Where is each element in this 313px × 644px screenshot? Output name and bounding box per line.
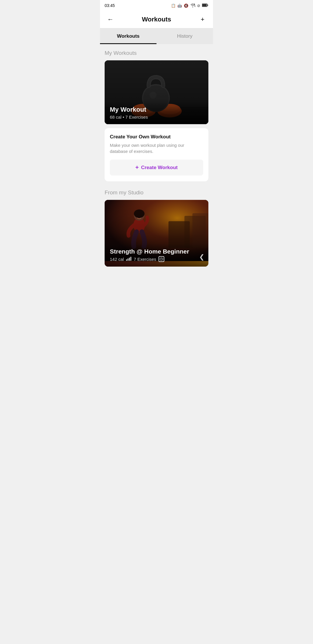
workout-card-title: My Workout [110, 106, 203, 113]
svg-rect-3 [202, 4, 207, 6]
studio-card-overlay: Strength @ Home Beginner 142 cal 7 Exerc… [105, 243, 208, 267]
mute-icon: 🔇 [184, 3, 188, 8]
back-button[interactable]: ← [105, 14, 116, 25]
create-workout-card: Create Your Own Workout Make your own wo… [105, 128, 208, 181]
workout-card-meta: 68 cal • 7 Exercises [110, 115, 203, 120]
wifi-icon [190, 3, 195, 8]
main-content: My Workouts [100, 44, 213, 272]
studio-chevron-icon[interactable]: ❮ [199, 253, 204, 261]
create-workout-button[interactable]: + Create Workout [110, 160, 203, 176]
my-workout-card[interactable]: My Workout 68 cal • 7 Exercises [105, 60, 208, 124]
studio-calories: 142 cal [110, 257, 124, 262]
status-icons: 📋 🤖 🔇 ⊘ [171, 3, 208, 8]
app-bar: ← Workouts + [100, 10, 213, 28]
create-card-title: Create Your Own Workout [110, 134, 203, 140]
create-workout-label: Create Workout [141, 165, 178, 171]
my-workouts-header: My Workouts [105, 50, 208, 56]
svg-line-29 [161, 259, 162, 259]
svg-line-0 [194, 3, 195, 7]
workout-card-overlay: My Workout 68 cal • 7 Exercises [105, 101, 208, 124]
studio-signal-bars [126, 257, 131, 262]
tab-workouts[interactable]: Workouts [100, 28, 156, 44]
studio-watch-icon [159, 256, 164, 262]
status-bar: 03:45 📋 🤖 🔇 ⊘ [100, 0, 213, 10]
studio-workout-card[interactable]: Strength @ Home Beginner 142 cal 7 Exerc… [105, 200, 208, 267]
page-title: Workouts [142, 16, 171, 23]
create-card-description: Make your own workout plan using our dat… [110, 142, 203, 154]
studio-exercises: 7 Exercises [134, 257, 156, 262]
studio-card-meta: 142 cal 7 Exercises [110, 256, 203, 262]
svg-rect-2 [208, 4, 208, 6]
android-icon: 🤖 [177, 3, 182, 8]
from-studio-header: From my Studio [105, 189, 208, 196]
block-icon: ⊘ [197, 3, 200, 8]
studio-card-title: Strength @ Home Beginner [110, 248, 203, 255]
tab-bar: Workouts History [100, 28, 213, 44]
add-button[interactable]: + [197, 14, 208, 25]
notification-icon: 📋 [171, 3, 176, 8]
create-workout-plus-icon: + [135, 164, 139, 171]
battery-icon [202, 3, 208, 8]
tab-history[interactable]: History [156, 28, 213, 44]
status-time: 03:45 [105, 3, 115, 8]
